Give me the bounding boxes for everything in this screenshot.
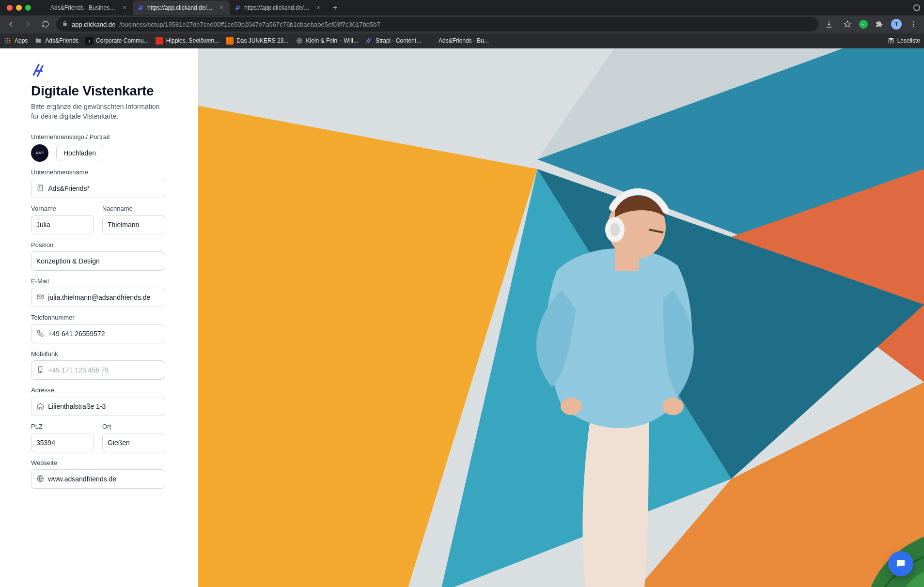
reload-button[interactable] <box>39 17 52 31</box>
email-input[interactable] <box>48 294 160 301</box>
website-field[interactable] <box>31 469 165 489</box>
zip-field[interactable] <box>31 433 94 452</box>
firstname-input[interactable] <box>36 221 89 229</box>
tab-0[interactable]: Ads&Friends - Business Cards × <box>36 0 133 15</box>
url-host: app.clickand.de <box>72 21 115 28</box>
city-input[interactable] <box>108 439 160 447</box>
bookmark-favicon-icon <box>156 37 163 45</box>
upload-button[interactable]: Hochladen <box>56 145 103 161</box>
star-icon[interactable] <box>841 17 854 31</box>
bookmark-favicon-icon: i <box>85 37 93 45</box>
label-position: Position <box>31 241 183 248</box>
bookmark-label: Corporate Commu... <box>96 37 149 44</box>
tab-close-icon[interactable]: × <box>218 4 225 11</box>
mobile-icon <box>36 366 44 374</box>
tab-close-icon[interactable]: × <box>121 4 128 11</box>
address-bar[interactable]: app.clickand.de/business/setup/19581e27d… <box>56 17 818 31</box>
page-content: Digitale Vistenkarte Bitte ergänze die g… <box>0 48 924 587</box>
tab-title: https://app.clickand.de/busine <box>147 4 215 11</box>
bookmark-item[interactable]: Ads&Friends - Bu... <box>428 37 489 45</box>
page-subtitle: Bitte ergänze die gewünschten Informatio… <box>31 102 167 122</box>
hero-image-panel <box>198 48 924 587</box>
install-app-icon[interactable] <box>822 17 836 31</box>
label-email: E-Mail <box>31 278 183 285</box>
reading-list-button[interactable]: Leseliste <box>888 37 920 44</box>
zip-input[interactable] <box>36 439 89 447</box>
globe-icon <box>296 37 303 45</box>
svg-rect-7 <box>7 40 8 41</box>
mobile-input[interactable] <box>48 366 160 374</box>
label-firstname: Vorname <box>31 205 94 212</box>
firstname-field[interactable] <box>31 215 94 234</box>
window-close-icon[interactable] <box>7 5 13 11</box>
tab-1[interactable]: https://app.clickand.de/busine × <box>133 0 230 15</box>
label-website: Webseite <box>31 459 183 466</box>
tab-2[interactable]: https://app.clickand.de/busine × <box>230 0 327 15</box>
bookmark-item[interactable]: Klein & Fein – Will... <box>296 37 358 45</box>
window-maximize-icon[interactable] <box>25 5 31 11</box>
label-city: Ort <box>102 423 165 430</box>
bookmark-apps[interactable]: Apps <box>4 37 28 45</box>
lastname-field[interactable] <box>102 215 165 234</box>
address-input[interactable] <box>48 402 160 410</box>
bookmark-favicon-icon <box>226 37 234 45</box>
svg-point-31 <box>561 398 582 415</box>
lock-icon <box>62 21 68 28</box>
back-button[interactable] <box>4 17 17 31</box>
chat-fab-button[interactable] <box>888 551 913 576</box>
building-icon <box>36 184 44 193</box>
url-path: /business/setup/19581e27de7ced00ff1ce50b… <box>119 21 380 28</box>
bookmark-item[interactable]: Hippies, Seelöwen... <box>156 37 219 45</box>
svg-rect-10 <box>7 42 8 43</box>
svg-point-32 <box>662 398 684 415</box>
company-input[interactable] <box>48 185 160 192</box>
profile-avatar[interactable]: T <box>891 19 902 30</box>
extensions-icon[interactable] <box>873 17 886 31</box>
bookmark-label: Strapi - Content... <box>376 37 421 44</box>
company-logo-preview: A&F <box>31 144 48 162</box>
address-field[interactable] <box>31 397 165 416</box>
city-field[interactable] <box>102 433 165 452</box>
lastname-input[interactable] <box>108 221 160 229</box>
extension-spotify-icon[interactable] <box>859 20 868 29</box>
favicon-icon <box>235 4 241 11</box>
forward-button[interactable] <box>21 17 35 31</box>
bookmarks-bar: Apps Ads&Friends i Corporate Commu... Hi… <box>0 33 924 48</box>
phone-icon <box>36 329 44 338</box>
svg-rect-11 <box>9 42 10 43</box>
menu-kebab-icon[interactable] <box>907 17 920 31</box>
bookmark-item[interactable]: Das JUNKERS 23... <box>226 37 288 45</box>
reading-list-label: Leseliste <box>897 37 920 44</box>
svg-rect-8 <box>9 40 10 41</box>
svg-point-1 <box>913 24 914 25</box>
bookmark-label: Hippies, Seelöwen... <box>166 37 219 44</box>
bookmark-label: Apps <box>15 37 28 44</box>
form-panel: Digitale Vistenkarte Bitte ergänze die g… <box>0 48 198 587</box>
phone-field[interactable] <box>31 324 165 343</box>
new-tab-button[interactable]: + <box>329 1 342 15</box>
tab-title: https://app.clickand.de/busine <box>244 4 312 11</box>
logo-section-label: Unternehmenslogo / Portrait <box>31 133 183 140</box>
hero-background-art <box>198 48 924 587</box>
phone-input[interactable] <box>48 330 160 338</box>
bookmark-item[interactable]: i Corporate Commu... <box>85 37 149 45</box>
company-field[interactable] <box>31 179 165 198</box>
tab-close-icon[interactable]: × <box>315 4 322 11</box>
svg-rect-3 <box>5 38 6 39</box>
position-input[interactable] <box>36 257 160 265</box>
label-phone: Telefonnummer <box>31 314 183 321</box>
bookmark-favicon-icon <box>428 37 436 45</box>
svg-rect-6 <box>5 40 6 41</box>
mobile-field[interactable] <box>31 360 165 380</box>
email-field[interactable] <box>31 288 165 307</box>
window-minimize-icon[interactable] <box>16 5 22 11</box>
svg-point-0 <box>913 21 914 23</box>
bookmark-favicon-icon <box>365 37 373 45</box>
bookmark-item[interactable]: Strapi - Content... <box>365 37 421 45</box>
bookmark-folder[interactable]: Ads&Friends <box>34 37 78 45</box>
website-input[interactable] <box>48 475 160 483</box>
label-address: Adresse <box>31 386 183 394</box>
home-icon <box>36 402 44 411</box>
position-field[interactable] <box>31 251 165 271</box>
bookmark-label: Ads&Friends - Bu... <box>439 37 489 44</box>
